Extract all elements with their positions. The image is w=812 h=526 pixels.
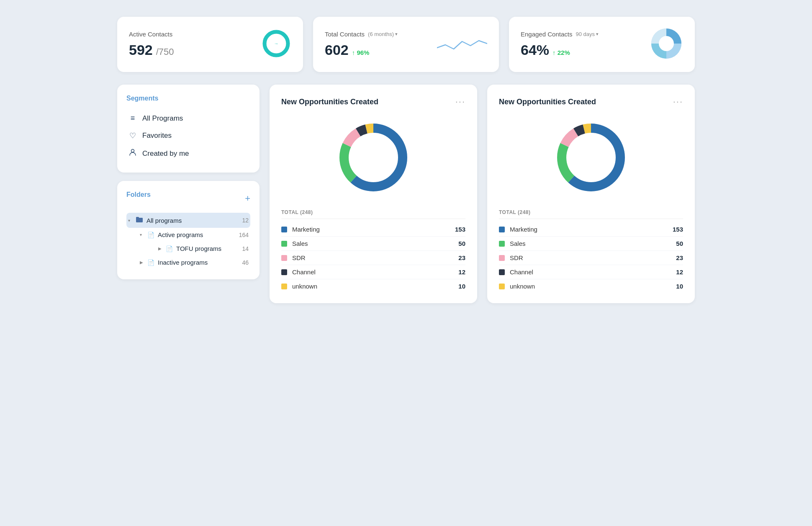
chart1-title: New Opportunities Created <box>281 98 378 106</box>
tofu-programs-name: TOFU programs <box>176 245 239 252</box>
active-contacts-donut: → <box>261 28 291 59</box>
engaged-contacts-card: Engaged Contacts 90 days 64% ↑ 22% <box>509 17 695 72</box>
chart2-sales-dot <box>499 241 505 247</box>
active-contacts-visual: → <box>261 28 291 60</box>
sidebar-item-created-by-me[interactable]: Created by me <box>126 144 250 162</box>
chart2-sdr-dot <box>499 255 505 261</box>
total-contacts-period[interactable]: (6 months) <box>368 31 398 37</box>
chart1-legend-marketing: Marketing 153 <box>281 222 465 237</box>
add-folder-button[interactable]: + <box>245 194 250 203</box>
total-contacts-info: Total Contacts (6 months) 602 ↑ 96% <box>325 31 398 58</box>
chart1-menu-button[interactable]: ··· <box>455 96 465 107</box>
channel-dot <box>281 269 287 275</box>
all-programs-label: All Programs <box>142 114 183 123</box>
svg-point-4 <box>659 36 674 51</box>
chart1-total: TOTAL (248) <box>281 209 465 219</box>
svg-text:→: → <box>274 41 279 46</box>
folder-inactive-programs[interactable]: ▶ 📄 Inactive programs 46 <box>138 255 250 269</box>
active-contacts-sub: /750 <box>156 46 174 57</box>
chart2-legend-channel: Channel 12 <box>499 265 683 279</box>
inactive-programs-name: Inactive programs <box>158 259 239 266</box>
heart-icon: ♡ <box>128 131 137 140</box>
folder-tofu-programs[interactable]: ▶ 📄 TOFU programs 14 <box>157 242 250 255</box>
unknown-dot <box>281 284 287 289</box>
engaged-contacts-period[interactable]: 90 days <box>576 31 599 37</box>
stats-row: Active Contacts 592 /750 → Total Conta <box>117 17 695 72</box>
marketing-dot <box>281 227 287 232</box>
chart2-legend-sdr: SDR 23 <box>499 251 683 265</box>
sales-name: Sales <box>292 240 458 247</box>
chart2-legend-unknown: unknown 10 <box>499 279 683 293</box>
all-programs-name: All programs <box>146 217 239 224</box>
active-contacts-number: 592 <box>129 42 153 58</box>
chart2-marketing-dot <box>499 227 505 232</box>
person-icon <box>128 149 137 158</box>
engaged-contacts-info: Engaged Contacts 90 days 64% ↑ 22% <box>521 31 599 58</box>
chart2-unknown-name: unknown <box>510 283 676 290</box>
sales-value: 50 <box>458 240 465 247</box>
active-contacts-info: Active Contacts 592 /750 <box>129 31 174 58</box>
chart2-donut-svg <box>549 116 633 199</box>
chart2-menu-button[interactable]: ··· <box>673 96 683 107</box>
chart1-legend-unknown: unknown 10 <box>281 279 465 293</box>
inactive-programs-arrow: ▶ <box>140 260 146 265</box>
unknown-name: unknown <box>292 283 458 290</box>
chart2-sales-value: 50 <box>676 240 683 247</box>
sdr-value: 23 <box>458 254 465 261</box>
channel-name: Channel <box>292 268 458 276</box>
doc-icon-active: 📄 <box>147 232 154 238</box>
chart1-legend-channel: Channel 12 <box>281 265 465 279</box>
inactive-programs-count: 46 <box>242 259 249 266</box>
sales-dot <box>281 241 287 247</box>
chart1-card: New Opportunities Created ··· <box>270 85 477 303</box>
segments-card: Segments ≡ All Programs ♡ Favorites <box>117 85 260 173</box>
engaged-contacts-pie <box>650 27 683 62</box>
channel-value: 12 <box>458 268 465 276</box>
chart2-unknown-value: 10 <box>676 283 683 290</box>
main-container: Active Contacts 592 /750 → Total Conta <box>117 17 695 303</box>
total-contacts-change: ↑ 96% <box>352 49 370 56</box>
folder-all-programs[interactable]: ▾ All programs 12 <box>126 213 250 228</box>
inactive-programs-container: ▶ 📄 Inactive programs 46 <box>126 255 250 269</box>
chart2-legend-sales: Sales 50 <box>499 237 683 251</box>
chart1-header: New Opportunities Created ··· <box>281 96 465 107</box>
chart2-marketing-name: Marketing <box>510 226 673 233</box>
svg-point-5 <box>131 150 134 152</box>
chart2-sales-name: Sales <box>510 240 676 247</box>
chart1-donut-container <box>281 116 465 199</box>
chart2-header: New Opportunities Created ··· <box>499 96 683 107</box>
sdr-dot <box>281 255 287 261</box>
chart1-legend-sdr: SDR 23 <box>281 251 465 265</box>
sdr-name: SDR <box>292 254 458 261</box>
folder-svg <box>136 216 143 223</box>
active-contacts-value: 592 /750 <box>129 42 174 58</box>
unknown-value: 10 <box>458 283 465 290</box>
folder-active-programs[interactable]: ▾ 📄 Active programs 164 <box>138 228 250 242</box>
bottom-row: Segments ≡ All Programs ♡ Favorites <box>117 85 695 303</box>
chart2-marketing-value: 153 <box>673 226 683 233</box>
chart1-legend-sales: Sales 50 <box>281 237 465 251</box>
sparkline-svg <box>437 33 487 54</box>
chart2-sdr-name: SDR <box>510 254 676 261</box>
folders-title: Folders <box>126 191 151 199</box>
sidebar: Segments ≡ All Programs ♡ Favorites <box>117 85 260 303</box>
sidebar-item-favorites[interactable]: ♡ Favorites <box>126 127 250 144</box>
person-svg <box>129 149 136 156</box>
active-programs-arrow: ▾ <box>140 232 146 237</box>
chart2-legend-marketing: Marketing 153 <box>499 222 683 237</box>
active-contacts-card: Active Contacts 592 /750 → <box>117 17 303 72</box>
chart2-channel-value: 12 <box>676 268 683 276</box>
active-programs-count: 164 <box>239 232 249 238</box>
sidebar-item-all-programs[interactable]: ≡ All Programs <box>126 110 250 127</box>
engaged-contacts-value: 64% ↑ 22% <box>521 42 599 58</box>
all-programs-arrow: ▾ <box>128 218 134 223</box>
tofu-programs-count: 14 <box>242 245 249 252</box>
segments-title: Segments <box>126 95 250 102</box>
active-programs-container: ▾ 📄 Active programs 164 ▶ 📄 TOFU program… <box>126 228 250 255</box>
chart2-donut-container <box>499 116 683 199</box>
chart2-card: New Opportunities Created ··· TOTAL (248… <box>487 85 695 303</box>
doc-icon-tofu: 📄 <box>166 245 173 252</box>
chart1-donut-svg <box>331 116 415 199</box>
chart2-sdr-value: 23 <box>676 254 683 261</box>
all-programs-count: 12 <box>242 217 249 224</box>
